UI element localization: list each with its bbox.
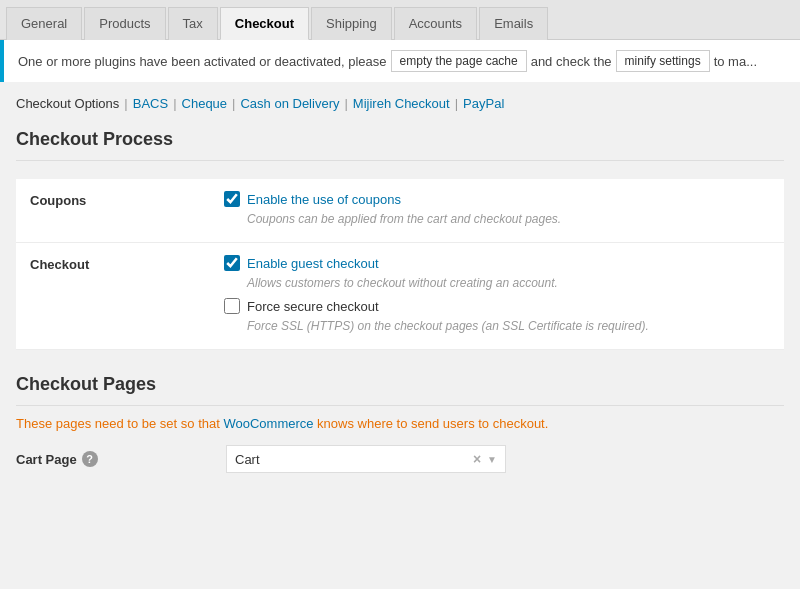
force-secure-checkbox[interactable] [224, 298, 240, 314]
notice-middle: and check the [531, 54, 612, 69]
subnav-mijireh[interactable]: Mijireh Checkout [353, 96, 450, 111]
tab-general[interactable]: General [6, 7, 82, 40]
checkout-label: Checkout [16, 243, 216, 350]
coupons-helper: Coupons can be applied from the cart and… [247, 212, 770, 226]
intro-text-1: These pages need to be set so that [16, 416, 223, 431]
notice-suffix: to ma... [714, 54, 757, 69]
force-secure-helper: Force SSL (HTTPS) on the checkout pages … [247, 319, 770, 333]
guest-checkout-row: Enable guest checkout [224, 255, 770, 271]
coupons-checkbox[interactable] [224, 191, 240, 207]
notice-bar: One or more plugins have been activated … [0, 40, 800, 82]
empty-cache-link[interactable]: empty the page cache [391, 50, 527, 72]
checkout-process-heading: Checkout Process [16, 129, 784, 161]
woocommerce-link[interactable]: WooCommerce [223, 416, 313, 431]
force-secure-label: Force secure checkout [247, 299, 379, 314]
cart-page-clear-icon[interactable]: × [473, 451, 481, 467]
checkout-field: Enable guest checkout Allows customers t… [216, 243, 784, 350]
coupons-field: Enable the use of coupons Coupons can be… [216, 179, 784, 243]
cart-page-label: Cart Page ? [16, 451, 216, 467]
tab-accounts[interactable]: Accounts [394, 7, 477, 40]
subnav-checkout-options[interactable]: Checkout Options [16, 96, 119, 111]
sep5: | [455, 96, 458, 111]
sub-nav: Checkout Options | BACS | Cheque | Cash … [16, 96, 784, 111]
checkout-process-section: Checkout Process Coupons Enable the use … [16, 129, 784, 350]
guest-checkout-label: Enable guest checkout [247, 256, 379, 271]
tabs-bar: General Products Tax Checkout Shipping A… [0, 0, 800, 40]
sep2: | [173, 96, 176, 111]
cart-page-row: Cart Page ? Cart × ▼ [16, 445, 784, 473]
sep1: | [124, 96, 127, 111]
tab-tax[interactable]: Tax [168, 7, 218, 40]
subnav-bacs[interactable]: BACS [133, 96, 168, 111]
cart-page-dropdown-icon[interactable]: ▼ [487, 454, 497, 465]
notice-prefix: One or more plugins have been activated … [18, 54, 387, 69]
checkout-pages-section: Checkout Pages These pages need to be se… [16, 374, 784, 473]
coupons-checkbox-row: Enable the use of coupons [224, 191, 770, 207]
cart-page-help-icon[interactable]: ? [82, 451, 98, 467]
tab-products[interactable]: Products [84, 7, 165, 40]
tab-shipping[interactable]: Shipping [311, 7, 392, 40]
sep4: | [344, 96, 347, 111]
cart-page-label-text: Cart Page [16, 452, 77, 467]
checkout-pages-heading: Checkout Pages [16, 374, 784, 406]
cart-page-select[interactable]: Cart × ▼ [226, 445, 506, 473]
minify-settings-link[interactable]: minify settings [616, 50, 710, 72]
checkout-pages-intro: These pages need to be set so that WooCo… [16, 416, 784, 431]
force-secure-row: Force secure checkout [224, 298, 770, 314]
tab-checkout[interactable]: Checkout [220, 7, 309, 40]
intro-text-2: knows where to send users to checkout. [314, 416, 549, 431]
checkout-process-table: Coupons Enable the use of coupons Coupon… [16, 179, 784, 350]
guest-checkout-checkbox[interactable] [224, 255, 240, 271]
guest-checkout-helper: Allows customers to checkout without cre… [247, 276, 770, 290]
coupons-checkbox-label: Enable the use of coupons [247, 192, 401, 207]
coupons-label: Coupons [16, 179, 216, 243]
cart-page-value: Cart [235, 452, 467, 467]
checkout-row: Checkout Enable guest checkout Allows cu… [16, 243, 784, 350]
subnav-cheque[interactable]: Cheque [182, 96, 228, 111]
subnav-cod[interactable]: Cash on Delivery [240, 96, 339, 111]
sep3: | [232, 96, 235, 111]
tab-emails[interactable]: Emails [479, 7, 548, 40]
subnav-paypal[interactable]: PayPal [463, 96, 504, 111]
coupons-row: Coupons Enable the use of coupons Coupon… [16, 179, 784, 243]
